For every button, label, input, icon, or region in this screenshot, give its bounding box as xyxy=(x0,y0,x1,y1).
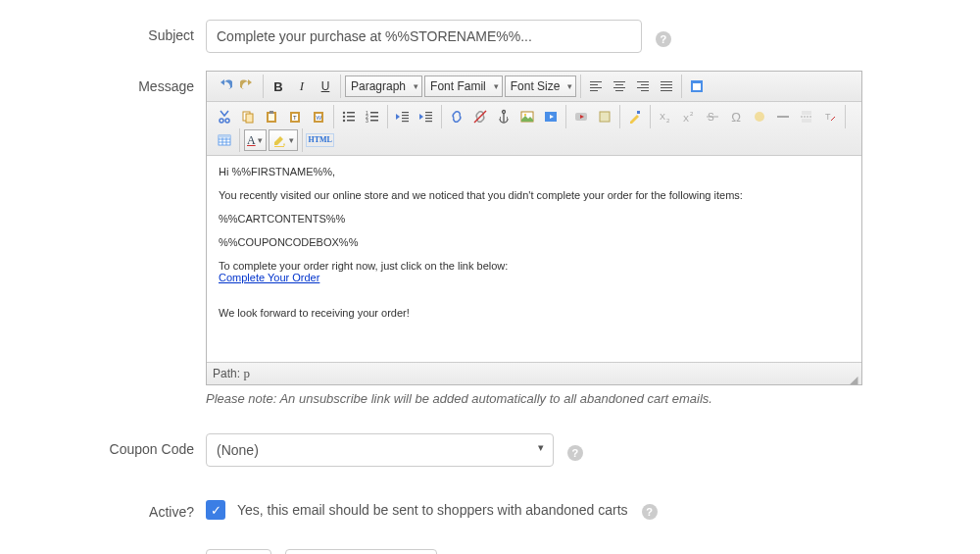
message-row: Message B I U Paragraph Font Famil Font … xyxy=(0,71,980,406)
active-checkbox[interactable]: ✓ xyxy=(206,500,225,520)
coupon-row: Coupon Code (None) ? xyxy=(0,433,980,467)
media-button[interactable] xyxy=(540,106,562,127)
align-right-button[interactable] xyxy=(632,76,654,97)
block-format-select[interactable]: Paragraph xyxy=(345,76,422,97)
send-field: 1 hour(s) after the cart is abandoned xyxy=(206,549,615,554)
font-size-select[interactable]: Font Size xyxy=(505,76,577,97)
svg-point-13 xyxy=(343,112,345,114)
svg-rect-5 xyxy=(269,114,274,121)
table-button[interactable] xyxy=(214,129,235,151)
message-field: B I U Paragraph Font Famil Font Size xyxy=(206,71,862,406)
hr-button[interactable] xyxy=(772,106,794,127)
svg-rect-1 xyxy=(693,83,701,90)
font-family-select[interactable]: Font Famil xyxy=(424,76,503,97)
outdent-button[interactable] xyxy=(392,106,414,127)
help-icon[interactable]: ? xyxy=(567,445,583,461)
svg-point-34 xyxy=(503,111,506,114)
svg-text:X: X xyxy=(683,114,689,124)
svg-rect-14 xyxy=(347,112,355,114)
editor-toolbar-row2: T W 123 xyxy=(207,102,861,156)
html-source-button[interactable]: HTML xyxy=(307,129,334,151)
svg-rect-49 xyxy=(802,111,811,115)
resize-handle-icon[interactable]: ◢ xyxy=(850,374,859,383)
send-unit-select[interactable]: hour(s) xyxy=(285,549,437,554)
bold-button[interactable]: B xyxy=(268,76,289,97)
paste-word-button[interactable]: W xyxy=(308,106,329,127)
pagebreak-button[interactable] xyxy=(796,106,817,127)
anchor-button[interactable] xyxy=(493,106,514,127)
editor-path-value[interactable]: p xyxy=(243,366,250,380)
help-icon[interactable]: ? xyxy=(656,31,671,47)
svg-rect-30 xyxy=(425,115,432,116)
ordered-list-button[interactable]: 123 xyxy=(362,106,383,127)
align-center-button[interactable] xyxy=(609,76,630,97)
paste-button[interactable] xyxy=(261,106,282,127)
cleanup-button[interactable] xyxy=(624,106,646,127)
svg-point-36 xyxy=(524,114,526,116)
underline-button[interactable]: U xyxy=(315,76,336,97)
email-line1: You recently visited our online store an… xyxy=(219,189,850,201)
align-justify-button[interactable] xyxy=(656,76,677,97)
italic-button[interactable]: I xyxy=(291,76,313,97)
rich-text-editor: B I U Paragraph Font Famil Font Size xyxy=(206,71,862,385)
svg-rect-18 xyxy=(347,120,355,122)
redo-button[interactable] xyxy=(237,76,259,97)
charmap-button[interactable]: Ω xyxy=(725,106,747,127)
svg-text:T: T xyxy=(293,115,297,121)
svg-rect-3 xyxy=(246,114,253,123)
svg-rect-16 xyxy=(347,116,355,118)
subject-label: Subject xyxy=(0,20,206,43)
svg-text:2: 2 xyxy=(690,111,694,117)
removeformat-button[interactable]: T xyxy=(819,106,841,127)
email-greeting: Hi %%FIRSTNAME%%, xyxy=(219,166,850,177)
svg-point-47 xyxy=(755,112,764,122)
backcolor-button[interactable] xyxy=(269,129,298,151)
svg-rect-27 xyxy=(402,118,409,119)
send-label: Send This Email xyxy=(0,549,206,554)
svg-rect-28 xyxy=(402,121,409,122)
svg-rect-58 xyxy=(219,135,230,138)
coupon-label: Coupon Code xyxy=(0,433,206,457)
unordered-list-button[interactable] xyxy=(338,106,360,127)
sup-button[interactable]: X2 xyxy=(678,106,700,127)
active-text: Yes, this email should be sent to shoppe… xyxy=(237,502,628,518)
forecolor-button[interactable]: A xyxy=(244,129,267,151)
subject-field: ? xyxy=(206,20,671,53)
send-qty-select[interactable]: 1 xyxy=(206,549,271,554)
svg-text:T: T xyxy=(825,112,831,122)
subject-input[interactable] xyxy=(206,20,642,53)
editor-path-bar: Path: p ◢ xyxy=(207,362,861,384)
svg-rect-25 xyxy=(402,112,409,113)
widget-button[interactable] xyxy=(594,106,615,127)
svg-rect-6 xyxy=(270,111,273,114)
send-row: Send This Email 1 hour(s) after the cart… xyxy=(0,549,980,554)
fullscreen-button[interactable] xyxy=(686,76,708,97)
image-button[interactable] xyxy=(516,106,538,127)
indent-button[interactable] xyxy=(416,106,437,127)
align-left-button[interactable] xyxy=(585,76,607,97)
cut-button[interactable] xyxy=(214,106,235,127)
editor-content[interactable]: Hi %%FIRSTNAME%%, You recently visited o… xyxy=(207,156,861,362)
copy-button[interactable] xyxy=(237,106,259,127)
strike-button[interactable]: S xyxy=(702,106,723,127)
svg-text:X: X xyxy=(660,112,665,122)
svg-rect-20 xyxy=(370,112,378,114)
email-closing: We look forward to receiving your order! xyxy=(219,307,850,319)
undo-button[interactable] xyxy=(214,76,235,97)
unlink-button[interactable] xyxy=(469,106,491,127)
active-row: Active? ✓ Yes, this email should be sent… xyxy=(0,496,980,520)
svg-text:2: 2 xyxy=(666,118,670,124)
editor-toolbar-row1: B I U Paragraph Font Famil Font Size xyxy=(207,72,861,102)
youtube-button[interactable] xyxy=(570,106,592,127)
paste-text-button[interactable]: T xyxy=(284,106,306,127)
email-coupon-token: %%COUPONCODEBOX%% xyxy=(219,236,850,248)
coupon-select[interactable]: (None) xyxy=(206,433,554,467)
svg-rect-59 xyxy=(274,146,284,147)
message-label: Message xyxy=(0,71,206,94)
link-button[interactable] xyxy=(446,106,467,127)
help-icon[interactable]: ? xyxy=(642,504,658,520)
emoticons-button[interactable] xyxy=(749,106,770,127)
sub-button[interactable]: X2 xyxy=(655,106,676,127)
complete-order-link[interactable]: Complete Your Order xyxy=(219,272,319,283)
coupon-field: (None) ? xyxy=(206,433,583,467)
